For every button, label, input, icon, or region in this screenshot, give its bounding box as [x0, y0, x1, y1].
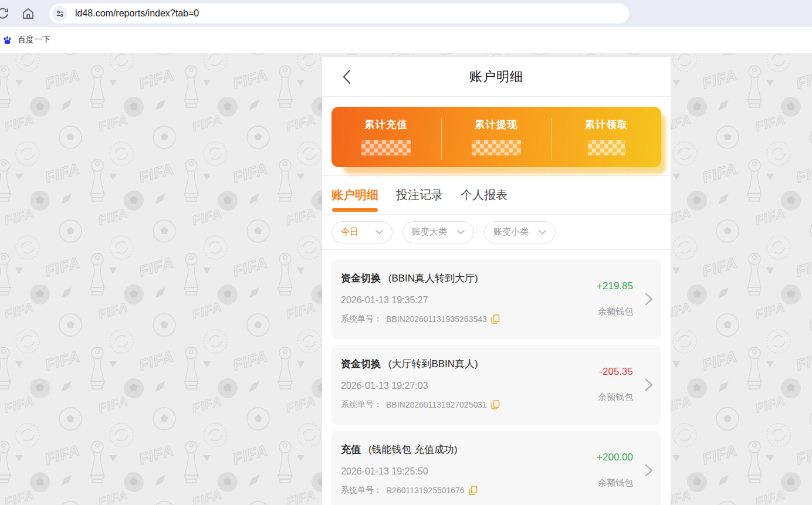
stat-total-withdraw: 累计提现 — [442, 118, 552, 160]
transaction-type: 充值 — [341, 444, 361, 455]
stat-label: 累计充值 — [364, 118, 408, 131]
filter-label: 今日 — [341, 226, 358, 238]
bookmark-label: 百度一下 — [18, 35, 50, 45]
transaction-wallet: 余额钱包 — [598, 392, 633, 403]
browser-address-bar: ld48.com/reports/index?tab=0 — [0, 0, 812, 27]
filter-label: 账变小类 — [493, 226, 529, 238]
chevron-down-icon — [457, 230, 465, 235]
page-header: 账户明细 — [322, 57, 671, 97]
transaction-row[interactable]: 充值 (钱能钱包 充值成功) 2026-01-13 19:25:50 系统单号：… — [331, 431, 661, 505]
chevron-right-icon — [645, 292, 653, 306]
chevron-down-icon — [539, 230, 546, 235]
redacted-value — [361, 140, 411, 155]
transaction-type: 资金切换 — [341, 273, 381, 284]
filter-major-type-dropdown[interactable]: 账变大类 — [402, 221, 474, 243]
transaction-right: +219.85 余额钱包 — [597, 280, 633, 317]
order-number: BBIN202601131927025031 — [386, 400, 487, 409]
stat-label: 累计提现 — [475, 118, 518, 131]
chevron-right-icon — [645, 463, 653, 477]
redacted-value — [588, 140, 625, 155]
filter-minor-type-dropdown[interactable]: 账变小类 — [484, 221, 556, 243]
transaction-right: +200.00 余额钱包 — [597, 452, 633, 489]
filter-label: 账变大类 — [412, 226, 447, 238]
transaction-wallet: 余额钱包 — [598, 477, 633, 489]
account-detail-panel: 账户明细 累计充值 累计提现 累计领取 — [322, 57, 671, 505]
stat-total-claimed: 累计领取 — [552, 118, 661, 160]
transaction-detail: (钱能钱包 充值成功) — [368, 444, 458, 455]
transaction-wallet: 余额钱包 — [598, 306, 633, 317]
stat-label: 累计领取 — [585, 118, 628, 131]
tab-personal-report[interactable]: 个人报表 — [461, 176, 508, 214]
tabs-row: 账户明细 投注记录 个人报表 — [322, 176, 671, 215]
copy-icon[interactable] — [491, 400, 500, 409]
tab-account-detail[interactable]: 账户明细 — [331, 176, 378, 214]
stat-total-deposit: 累计充值 — [331, 118, 442, 160]
transaction-amount: +219.85 — [597, 280, 633, 292]
url-text: ld48.com/reports/index?tab=0 — [75, 8, 199, 19]
address-input[interactable]: ld48.com/reports/index?tab=0 — [49, 4, 629, 23]
order-number: R2601131925501676 — [386, 486, 465, 495]
order-number: BBIN202601131935263543 — [386, 314, 487, 324]
transaction-detail: (大厅转到BBIN真人) — [388, 358, 478, 370]
order-label: 系统单号： — [341, 399, 382, 410]
redacted-value — [472, 140, 521, 155]
filters-row: 今日 账变大类 账变小类 — [322, 215, 671, 250]
back-button[interactable] — [339, 68, 356, 86]
transaction-amount: -205.35 — [599, 366, 633, 378]
copy-icon[interactable] — [491, 314, 500, 324]
chevron-right-icon — [645, 378, 653, 392]
home-icon[interactable] — [21, 6, 35, 21]
browser-window: ld48.com/reports/index?tab=0 百度一下 — [0, 0, 812, 505]
transaction-detail: (BBIN真人转到大厅) — [388, 273, 478, 284]
transaction-amount: +200.00 — [597, 452, 633, 463]
order-label: 系统单号： — [341, 314, 382, 324]
chevron-down-icon — [375, 230, 383, 235]
reload-icon[interactable] — [0, 6, 10, 21]
transaction-list: 资金切换 (BBIN真人转到大厅) 2026-01-13 19:35:27 系统… — [322, 250, 671, 505]
copy-icon[interactable] — [469, 486, 478, 495]
transaction-row[interactable]: 资金切换 (BBIN真人转到大厅) 2026-01-13 19:35:27 系统… — [331, 259, 661, 339]
bookmarks-bar: 百度一下 — [0, 27, 812, 53]
page-title: 账户明细 — [469, 68, 523, 86]
transaction-type: 资金切换 — [341, 358, 381, 370]
transaction-row[interactable]: 资金切换 (大厅转到BBIN真人) 2026-01-13 19:27:03 系统… — [331, 345, 661, 425]
transaction-right: -205.35 余额钱包 — [598, 366, 633, 403]
bookmark-baidu[interactable]: 百度一下 — [2, 35, 50, 46]
page-background: FIFA FIFA 账户明细 — [0, 53, 812, 505]
chevron-left-icon — [339, 68, 356, 86]
stats-section: 累计充值 累计提现 累计领取 — [322, 97, 671, 176]
order-label: 系统单号： — [341, 485, 382, 496]
filter-date-dropdown[interactable]: 今日 — [331, 221, 393, 243]
baidu-favicon — [2, 35, 13, 46]
stats-card: 累计充值 累计提现 累计领取 — [331, 107, 661, 167]
tab-bet-records[interactable]: 投注记录 — [396, 176, 443, 214]
site-info-tune-icon[interactable] — [52, 6, 67, 21]
